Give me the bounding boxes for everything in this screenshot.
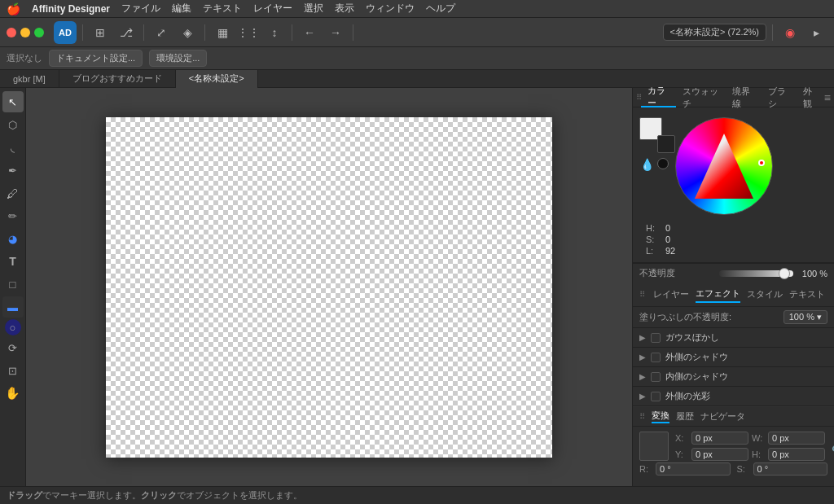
env-settings-button[interactable]: 環境設定... (149, 50, 207, 67)
tab-layer[interactable]: レイヤー (653, 287, 689, 302)
h-input[interactable] (768, 448, 825, 461)
maximize-button[interactable] (34, 28, 44, 37)
panel-menu-icon[interactable]: ≡ (824, 91, 831, 104)
tab-blog[interactable]: ブログおすすめカード (59, 70, 176, 88)
hsl-values: H: 0 S: 0 L: 92 (639, 223, 827, 256)
more-button[interactable]: ▸ (805, 21, 827, 44)
tab-unnamed[interactable]: <名称未設定> (176, 70, 258, 88)
color-wheel[interactable] (675, 117, 773, 215)
r-label: R: (639, 464, 652, 474)
tool-text[interactable]: T (2, 251, 24, 272)
inner-shadow-label: 内側のシャドウ (665, 370, 728, 383)
effect-outer-shadow: ▶ 外側のシャドウ (633, 348, 834, 367)
redo-button[interactable]: → (324, 21, 347, 44)
menu-view[interactable]: 表示 (335, 2, 354, 15)
x-field: X: (675, 432, 748, 445)
minimize-button[interactable] (20, 28, 30, 37)
tool-node[interactable]: ⬡ (2, 114, 24, 135)
align-button[interactable]: ↕ (263, 21, 286, 44)
undo-button[interactable]: ← (298, 21, 321, 44)
color-swatches[interactable] (639, 117, 669, 147)
eyedropper-icon[interactable]: 💧 (640, 158, 654, 171)
r-input[interactable] (656, 462, 731, 476)
outer-shadow-checkbox[interactable] (651, 353, 661, 362)
tool-view[interactable]: ✋ (2, 383, 24, 404)
outer-shadow-expand-icon[interactable]: ▶ (639, 353, 646, 362)
close-button[interactable] (7, 28, 16, 37)
tool-rect[interactable]: ▬ (2, 296, 24, 318)
light-label: L: (646, 246, 662, 256)
menu-text[interactable]: テキスト (203, 2, 242, 15)
tool-pen[interactable]: ✒ (2, 160, 24, 181)
tab-effects[interactable]: エフェクト (696, 286, 740, 303)
background-swatch[interactable] (657, 135, 675, 153)
gaussian-checkbox[interactable] (651, 333, 661, 343)
tab-appearance[interactable]: 外観 (797, 88, 824, 107)
color-wheel-inner-triangle (695, 134, 753, 199)
statusbar: ドラッグでマーキー選択します。クリックでオブジェクトを選択します。 (0, 486, 834, 504)
menu-select[interactable]: 選択 (304, 2, 323, 15)
status-hint: ドラッグでマーキー選択します。クリックでオブジェクトを選択します。 (7, 489, 302, 502)
move-button[interactable]: ⤢ (150, 21, 173, 44)
transform-panel: ⠿ 変換 履歴 ナビゲータ X: W: (633, 406, 834, 480)
tool-ellipse[interactable]: ○ (5, 319, 21, 335)
fill-opacity-value[interactable]: 100 % ▾ (784, 310, 827, 324)
tool-shape[interactable]: □ (2, 274, 24, 295)
tool-transform[interactable]: ⟳ (2, 337, 24, 358)
x-label: X: (675, 433, 688, 443)
menu-layer[interactable]: レイヤー (253, 2, 292, 15)
rs-row: R: S: (633, 462, 834, 480)
doc-settings-button[interactable]: ドキュメント設定... (49, 50, 143, 67)
share-button[interactable]: ⎇ (115, 21, 138, 44)
tab-text-effects[interactable]: テキスト (789, 287, 825, 302)
app-icon: AD (54, 21, 77, 44)
outer-glow-expand-icon[interactable]: ▶ (639, 392, 646, 401)
w-input[interactable] (768, 432, 825, 445)
tab-color[interactable]: カラー (641, 88, 676, 107)
tab-navigator[interactable]: ナビゲータ (700, 410, 745, 423)
tab-brush[interactable]: ブラシ (762, 88, 797, 107)
apple-menu[interactable]: 🍎 (7, 2, 20, 15)
tool-fill[interactable]: ◕ (2, 228, 24, 249)
inner-shadow-expand-icon[interactable]: ▶ (639, 372, 646, 381)
gaussian-expand-icon[interactable]: ▶ (639, 333, 646, 342)
color-wheel-container[interactable] (675, 114, 773, 218)
canvas-area[interactable] (26, 88, 632, 486)
black-swatch[interactable] (657, 158, 669, 169)
separator-1 (82, 24, 83, 41)
grid-view-button[interactable]: ▦ (211, 21, 234, 44)
tab-gkbr[interactable]: gkbr [M] (0, 70, 59, 88)
color-button[interactable]: ◉ (779, 21, 801, 44)
effect-outer-glow: ▶ 外側の光彩 (633, 387, 834, 406)
opacity-slider[interactable] (719, 270, 794, 277)
tool-pencil[interactable]: ✏ (2, 205, 24, 226)
tool-crop[interactable]: ⊡ (2, 360, 24, 381)
s-input[interactable] (753, 462, 828, 476)
tool-corner[interactable]: ◟ (2, 137, 24, 158)
separator-5 (353, 24, 353, 41)
snap-button[interactable]: ⋮⋮ (237, 21, 260, 44)
outer-glow-checkbox[interactable] (651, 392, 661, 401)
selection-label: 選択なし (7, 52, 42, 64)
click-hint: クリック (141, 490, 177, 500)
x-input[interactable] (691, 432, 748, 445)
tool-pointer[interactable]: ↖ (2, 91, 24, 112)
menu-help[interactable]: ヘルプ (426, 2, 455, 15)
tab-history[interactable]: 履歴 (676, 410, 694, 423)
tab-style[interactable]: スタイル (747, 287, 783, 302)
menu-edit[interactable]: 編集 (172, 2, 191, 15)
menu-window[interactable]: ウィンドウ (366, 2, 415, 15)
transform-button[interactable]: ◈ (176, 21, 199, 44)
opacity-thumb[interactable] (779, 268, 790, 279)
y-input[interactable] (691, 448, 748, 461)
tool-brush[interactable]: 🖊 (2, 182, 24, 204)
fill-opacity-row: 塗りつぶしの不透明度: 100 % ▾ (633, 307, 834, 328)
tab-swatch[interactable]: スウォッチ (676, 88, 726, 107)
menu-file[interactable]: ファイル (121, 2, 160, 15)
tab-border[interactable]: 境界線 (726, 88, 761, 107)
tab-transform[interactable]: 変換 (652, 410, 669, 423)
grid-button[interactable]: ⊞ (89, 21, 112, 44)
inner-shadow-checkbox[interactable] (651, 372, 661, 382)
zoom-display[interactable]: <名称未設定> (72.2%) (663, 24, 766, 41)
effect-inner-shadow: ▶ 内側のシャドウ (633, 367, 834, 387)
